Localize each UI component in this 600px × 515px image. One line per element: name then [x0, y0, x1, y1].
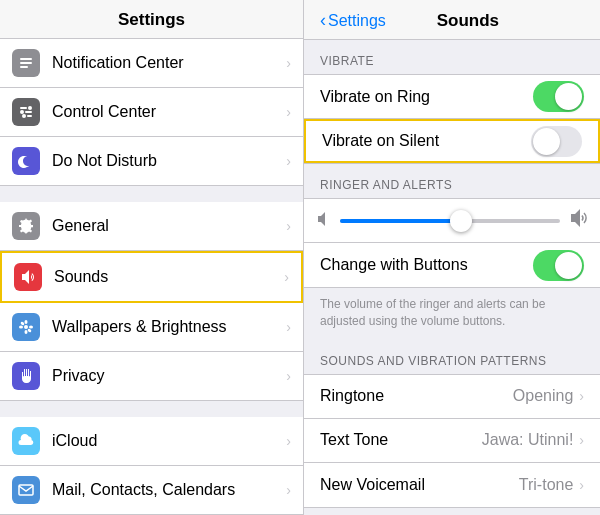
wallpapers-label: Wallpapers & Brightness: [52, 318, 286, 336]
volume-slider-thumb[interactable]: [450, 210, 472, 232]
right-header: ‹ Settings Sounds: [304, 0, 600, 40]
settings-list: Notification Center › Control Center ›: [0, 39, 303, 515]
flower-svg: [17, 318, 35, 336]
change-with-buttons-knob: [555, 252, 582, 279]
sidebar-item-general[interactable]: General ›: [0, 202, 303, 251]
ringer-group: Change with Buttons: [304, 198, 600, 288]
ringtone-label: Ringtone: [320, 387, 513, 405]
sidebar-item-mail[interactable]: Mail, Contacts, Calendars ›: [0, 466, 303, 515]
ringtone-arrow: ›: [579, 388, 584, 404]
right-header-title: Sounds: [392, 11, 544, 31]
svg-point-5: [28, 106, 32, 110]
general-icon: [12, 212, 40, 240]
vibrate-section-header: VIBRATE: [304, 40, 600, 74]
sounds-arrow: ›: [284, 269, 289, 285]
left-header: Settings: [0, 0, 303, 39]
ringer-section-header: RINGER AND ALERTS: [304, 164, 600, 198]
back-chevron-icon: ‹: [320, 10, 326, 31]
icloud-arrow: ›: [286, 433, 291, 449]
ringtone-item[interactable]: Ringtone Opening ›: [304, 375, 600, 419]
mail-icon: [12, 476, 40, 504]
text-tone-label: Text Tone: [320, 431, 482, 449]
control-center-svg: [17, 103, 35, 121]
svg-rect-2: [20, 66, 28, 68]
cloud-svg: [17, 432, 35, 450]
notification-center-label: Notification Center: [52, 54, 286, 72]
new-voicemail-label: New Voicemail: [320, 476, 519, 494]
privacy-icon: [12, 362, 40, 390]
mail-label: Mail, Contacts, Calendars: [52, 481, 286, 499]
wallpapers-arrow: ›: [286, 319, 291, 335]
vibrate-on-ring-knob: [555, 83, 582, 110]
svg-point-12: [19, 326, 23, 329]
change-with-buttons-item: Change with Buttons: [304, 243, 600, 287]
mail-arrow: ›: [286, 482, 291, 498]
do-not-disturb-arrow: ›: [286, 153, 291, 169]
mail-svg: [17, 481, 35, 499]
settings-group-2: General › Sounds ›: [0, 202, 303, 401]
svg-rect-16: [19, 485, 33, 495]
svg-point-7: [22, 114, 26, 118]
notification-center-arrow: ›: [286, 55, 291, 71]
general-label: General: [52, 217, 286, 235]
svg-point-13: [29, 326, 33, 329]
notification-center-icon: [12, 49, 40, 77]
volume-low-icon: [316, 211, 332, 230]
patterns-group: Ringtone Opening › Text Tone Jawa: Utinn…: [304, 374, 600, 508]
privacy-label: Privacy: [52, 367, 286, 385]
text-tone-arrow: ›: [579, 432, 584, 448]
vibrate-on-ring-toggle[interactable]: [533, 81, 584, 112]
do-not-disturb-label: Do Not Disturb: [52, 152, 286, 170]
text-tone-item[interactable]: Text Tone Jawa: Utinni! ›: [304, 419, 600, 463]
sidebar-item-control-center[interactable]: Control Center ›: [0, 88, 303, 137]
right-panel: ‹ Settings Sounds VIBRATE Vibrate on Rin…: [304, 0, 600, 515]
sidebar-item-sounds[interactable]: Sounds ›: [0, 251, 303, 303]
vibrate-on-silent-item: Vibrate on Silent: [304, 119, 600, 163]
volume-slider-fill: [340, 219, 461, 223]
wallpapers-icon: [12, 313, 40, 341]
right-content: VIBRATE Vibrate on Ring Vibrate on Silen…: [304, 40, 600, 515]
new-voicemail-arrow: ›: [579, 477, 584, 493]
svg-rect-6: [20, 107, 27, 109]
settings-group-3: iCloud › Mail, Contacts, Calendars ›: [0, 417, 303, 515]
icloud-icon: [12, 427, 40, 455]
vibrate-on-silent-knob: [533, 128, 560, 155]
volume-slider-track[interactable]: [340, 219, 560, 223]
volume-high-svg: [568, 208, 588, 228]
vibrate-group: Vibrate on Ring Vibrate on Silent: [304, 74, 600, 164]
privacy-arrow: ›: [286, 368, 291, 384]
back-label: Settings: [328, 12, 386, 30]
svg-rect-0: [20, 58, 32, 60]
left-title: Settings: [16, 10, 287, 30]
new-voicemail-item[interactable]: New Voicemail Tri-tone ›: [304, 463, 600, 507]
back-button[interactable]: ‹ Settings: [320, 10, 386, 31]
volume-low-svg: [316, 211, 332, 227]
patterns-section-header: SOUNDS AND VIBRATION PATTERNS: [304, 340, 600, 374]
svg-point-15: [27, 328, 32, 333]
sidebar-item-wallpapers[interactable]: Wallpapers & Brightness ›: [0, 303, 303, 352]
change-with-buttons-label: Change with Buttons: [320, 256, 533, 274]
speaker-svg: [19, 268, 37, 286]
icloud-label: iCloud: [52, 432, 286, 450]
notification-svg: [17, 54, 35, 72]
sidebar-item-do-not-disturb[interactable]: Do Not Disturb ›: [0, 137, 303, 185]
left-panel: Settings Notification Center ›: [0, 0, 304, 515]
do-not-disturb-icon: [12, 147, 40, 175]
vibrate-on-ring-item: Vibrate on Ring: [304, 75, 600, 119]
ringtone-value: Opening: [513, 387, 574, 405]
change-with-buttons-toggle[interactable]: [533, 250, 584, 281]
svg-point-9: [24, 325, 28, 329]
control-center-icon: [12, 98, 40, 126]
control-center-arrow: ›: [286, 104, 291, 120]
sidebar-item-notification-center[interactable]: Notification Center ›: [0, 39, 303, 88]
sidebar-item-icloud[interactable]: iCloud ›: [0, 417, 303, 466]
svg-point-14: [20, 321, 25, 326]
sidebar-item-privacy[interactable]: Privacy ›: [0, 352, 303, 400]
vibrate-on-silent-toggle[interactable]: [531, 126, 582, 157]
svg-point-3: [20, 110, 24, 114]
volume-high-icon: [568, 208, 588, 233]
hand-svg: [17, 367, 35, 385]
vibrate-on-silent-label: Vibrate on Silent: [322, 132, 531, 150]
general-arrow: ›: [286, 218, 291, 234]
moon-svg: [17, 152, 35, 170]
